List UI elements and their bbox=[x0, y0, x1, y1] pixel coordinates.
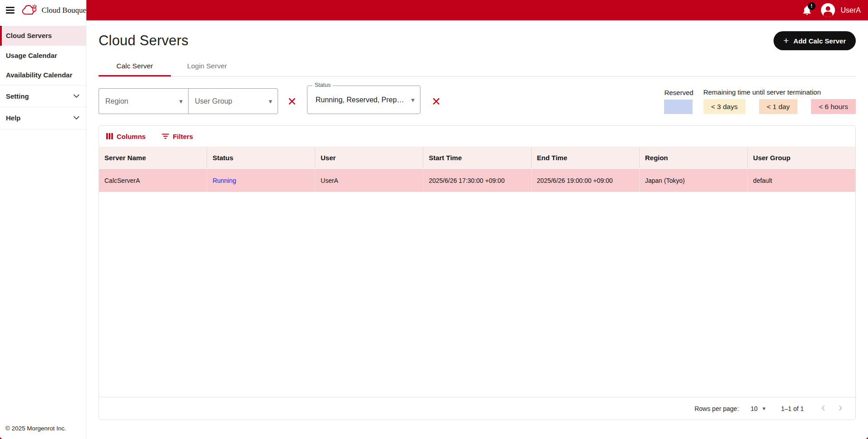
cell-server-name: CalcServerA bbox=[99, 169, 207, 192]
notification-badge: ! bbox=[808, 2, 816, 10]
status-select[interactable]: Status Running, Reserved, Prep… ▾ bbox=[307, 86, 420, 114]
brand-logo: Cloud Bouquet bbox=[20, 4, 88, 17]
top-bar: Cloud Bouquet ! UserA bbox=[0, 0, 868, 20]
sidebar-item-usage-calendar[interactable]: Usage Calendar bbox=[0, 46, 86, 66]
sidebar-item-label: Cloud Servers bbox=[6, 31, 52, 40]
column-header-region[interactable]: Region bbox=[640, 147, 748, 168]
column-header-user[interactable]: User bbox=[315, 147, 423, 168]
table-header-row: Server Name Status User Start Time End T… bbox=[99, 147, 855, 168]
sidebar-item-cloud-servers[interactable]: Cloud Servers bbox=[0, 26, 86, 46]
next-page-button[interactable]: › bbox=[832, 400, 849, 417]
sidebar-item-help[interactable]: Help bbox=[0, 107, 86, 129]
sidebar-item-availability-calendar[interactable]: Availability Calendar bbox=[0, 65, 86, 85]
region-select-placeholder: Region bbox=[105, 97, 128, 105]
pagination-bar: Rows per page: 10 ▾ 1–1 of 1 ‹ › bbox=[99, 397, 855, 420]
cell-status: Running bbox=[207, 169, 315, 192]
previous-page-button[interactable]: ‹ bbox=[815, 400, 832, 417]
columns-icon bbox=[106, 133, 113, 139]
legend-chip-1day: < 1 day bbox=[759, 99, 797, 114]
brand-name: Cloud Bouquet bbox=[42, 6, 88, 15]
legend-chip-6hours: < 6 hours bbox=[811, 99, 856, 114]
user-group-select-placeholder: User Group bbox=[195, 97, 232, 105]
status-select-label: Status bbox=[312, 82, 333, 88]
region-select[interactable]: Region ▾ bbox=[99, 88, 188, 114]
column-header-user-group[interactable]: User Group bbox=[748, 147, 855, 168]
clear-x-icon: ✕ bbox=[288, 96, 297, 107]
main-content: Cloud Servers + Add Calc Server Calc Ser… bbox=[86, 20, 868, 439]
add-calc-server-label: Add Calc Server bbox=[793, 37, 846, 45]
rows-per-page-select[interactable]: 10 ▾ bbox=[750, 405, 765, 412]
tab-bar: Calc Server Login Server bbox=[99, 57, 856, 76]
cell-user-group: default bbox=[748, 169, 855, 192]
clear-status-filter-button[interactable]: ✕ bbox=[426, 89, 447, 114]
filter-row: Region ▾ User Group ▾ ✕ Status Running, bbox=[99, 86, 856, 114]
username-label[interactable]: UserA bbox=[841, 6, 861, 14]
caret-down-icon: ▾ bbox=[763, 406, 766, 411]
column-header-end-time[interactable]: End Time bbox=[532, 147, 640, 168]
legend-reserved-group: Reserved bbox=[664, 89, 693, 114]
person-icon bbox=[821, 4, 835, 17]
sidebar: Cloud Servers Usage Calendar Availabilit… bbox=[0, 20, 86, 439]
table-empty-area bbox=[99, 192, 855, 397]
user-group-select[interactable]: User Group ▾ bbox=[188, 88, 278, 114]
clear-x-icon: ✕ bbox=[432, 96, 441, 107]
clear-region-usergroup-filter-button[interactable]: ✕ bbox=[282, 89, 302, 114]
hamburger-menu-icon[interactable] bbox=[5, 5, 15, 15]
sidebar-item-label: Usage Calendar bbox=[6, 51, 57, 60]
copyright-label: © 2025 Morgenrot Inc. bbox=[0, 419, 86, 439]
avatar[interactable] bbox=[821, 3, 835, 17]
column-header-server-name[interactable]: Server Name bbox=[99, 147, 207, 168]
cloud-bouquet-logo-icon bbox=[20, 4, 38, 17]
chevron-down-icon bbox=[73, 94, 80, 98]
tab-login-server[interactable]: Login Server bbox=[171, 57, 243, 76]
filter-icon bbox=[162, 134, 169, 139]
columns-button-label: Columns bbox=[117, 133, 146, 140]
caret-down-icon: ▾ bbox=[269, 98, 272, 105]
filters-button-label: Filters bbox=[173, 133, 193, 140]
cell-end-time: 2025/6/26 19:00:00 +09:00 bbox=[532, 169, 640, 192]
cell-start-time: 2025/6/26 17:30:00 +09:00 bbox=[423, 169, 531, 192]
region-usergroup-select-group: Region ▾ User Group ▾ bbox=[99, 88, 278, 114]
sidebar-item-label: Help bbox=[6, 114, 21, 123]
filters-button[interactable]: Filters bbox=[158, 131, 197, 142]
legend-chip-3days: < 3 days bbox=[703, 99, 745, 114]
caret-down-icon: ▾ bbox=[179, 98, 183, 105]
status-link[interactable]: Running bbox=[212, 177, 236, 184]
caret-down-icon: ▾ bbox=[411, 96, 415, 103]
app-root: Cloud Bouquet ! UserA Cloud Servers bbox=[0, 0, 868, 439]
columns-button[interactable]: Columns bbox=[103, 131, 149, 142]
cell-user: UserA bbox=[315, 169, 423, 192]
legend: Reserved Remaining time until server ter… bbox=[664, 88, 856, 114]
sidebar-item-label: Availability Calendar bbox=[6, 71, 72, 80]
sidebar-item-label: Setting bbox=[6, 92, 29, 101]
column-header-status[interactable]: Status bbox=[207, 147, 315, 168]
table-row[interactable]: CalcServerA Running UserA 2025/6/26 17:3… bbox=[99, 168, 855, 192]
legend-reserved-label: Reserved bbox=[664, 89, 693, 96]
legend-remaining-group: Remaining time until server termination … bbox=[703, 88, 856, 114]
add-calc-server-button[interactable]: + Add Calc Server bbox=[774, 31, 856, 50]
notifications-button[interactable]: ! bbox=[799, 2, 815, 19]
page-title: Cloud Servers bbox=[99, 33, 189, 49]
legend-remaining-label: Remaining time until server termination bbox=[703, 88, 856, 96]
chevron-right-icon: › bbox=[839, 401, 843, 414]
legend-reserved-swatch bbox=[664, 100, 693, 114]
chevron-left-icon: ‹ bbox=[821, 401, 826, 414]
plus-icon: + bbox=[783, 36, 789, 45]
rows-per-page-value: 10 bbox=[750, 405, 758, 412]
rows-per-page-label: Rows per page: bbox=[694, 405, 739, 412]
top-bar-red: ! UserA bbox=[86, 0, 868, 20]
status-select-value: Running, Reserved, Prep… bbox=[316, 96, 404, 104]
logo-area: Cloud Bouquet bbox=[0, 0, 86, 20]
pagination-range-label: 1–1 of 1 bbox=[781, 405, 804, 412]
column-header-start-time[interactable]: Start Time bbox=[423, 147, 531, 168]
server-table-card: Columns Filters Server Name Status User … bbox=[99, 125, 856, 420]
chevron-down-icon bbox=[73, 116, 80, 120]
table-toolbar: Columns Filters bbox=[99, 126, 855, 147]
sidebar-item-setting[interactable]: Setting bbox=[0, 85, 86, 107]
cell-region: Japan (Tokyo) bbox=[640, 169, 748, 192]
tab-calc-server[interactable]: Calc Server bbox=[99, 57, 171, 76]
